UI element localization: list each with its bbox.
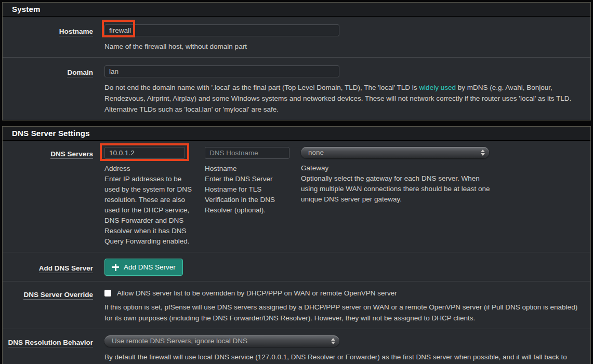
chevron-up-down-icon [481, 150, 485, 156]
dns-address-title: Address [104, 164, 193, 174]
hostname-row: Hostname Name of the firewall host, with… [3, 17, 590, 58]
chevron-up-down-icon [331, 338, 335, 344]
domain-label: Domain [67, 69, 93, 77]
dns-server-override-label: DNS Server Override [23, 291, 93, 300]
dns-gateway-column: none Gateway Optionally select the gatew… [301, 147, 492, 247]
gateway-select[interactable]: none [301, 147, 489, 158]
dns-servers-row: DNS Servers Address Enter IP addresses t… [3, 141, 590, 252]
domain-row: Domain Do not end the domain name with '… [3, 58, 590, 120]
dns-resolution-select-value: Use remote DNS Servers, ignore local DNS [112, 337, 328, 345]
dns-settings-panel: DNS Server Settings DNS Servers Address … [2, 126, 591, 364]
dns-resolution-behavior-row: DNS Resolution Behavior Use remote DNS S… [3, 329, 590, 364]
dns-settings-panel-title: DNS Server Settings [3, 127, 590, 141]
system-panel-title: System [3, 3, 590, 17]
dns-resolution-select[interactable]: Use remote DNS Servers, ignore local DNS [104, 335, 339, 347]
dns-address-column: Address Enter IP addresses to be used by… [104, 147, 193, 247]
dns-server-override-row: DNS Server Override Allow DNS server lis… [3, 281, 590, 329]
hostname-input[interactable] [104, 24, 339, 36]
domain-help-before: Do not end the domain name with '.local'… [104, 84, 419, 91]
plus-icon [112, 264, 119, 271]
dns-address-input[interactable] [104, 147, 185, 159]
dns-hostname-title: Hostname [205, 164, 290, 174]
dns-override-help-text: If this option is set, pfSense will use … [104, 302, 584, 323]
dns-override-checkbox-label: Allow DNS server list to be overridden b… [117, 289, 397, 297]
dns-hostname-help: Enter the DNS Server Hostname for TLS Ve… [205, 174, 290, 215]
gateway-select-value: none [308, 149, 478, 157]
dns-address-help: Enter IP addresses to be used by the sys… [104, 174, 193, 247]
dns-gateway-help: Optionally select the gateway for each D… [301, 173, 492, 205]
dns-hostname-input[interactable] [205, 147, 289, 159]
add-dns-server-label: Add DNS Server [39, 264, 93, 273]
dns-hostname-column: Hostname Enter the DNS Server Hostname f… [205, 147, 290, 247]
dns-resolution-behavior-label: DNS Resolution Behavior [8, 339, 93, 347]
hostname-label: Hostname [59, 28, 93, 36]
dns-gateway-title: Gateway [301, 163, 492, 173]
dns-resolution-help-text: By default the firewall will use local D… [104, 352, 584, 364]
domain-input[interactable] [104, 65, 339, 77]
dns-override-checkbox[interactable] [104, 290, 111, 296]
add-dns-server-row: Add DNS Server Add DNS Server [3, 252, 590, 281]
widely-used-link[interactable]: widely used [419, 84, 456, 91]
add-dns-server-button-label: Add DNS Server [124, 263, 176, 271]
hostname-help-text: Name of the firewall host, without domai… [104, 41, 584, 52]
domain-help-text: Do not end the domain name with '.local'… [104, 82, 584, 115]
system-panel: System Hostname Name of the firewall hos… [2, 2, 591, 120]
add-dns-server-button[interactable]: Add DNS Server [104, 259, 183, 276]
dns-servers-label: DNS Servers [50, 150, 93, 159]
